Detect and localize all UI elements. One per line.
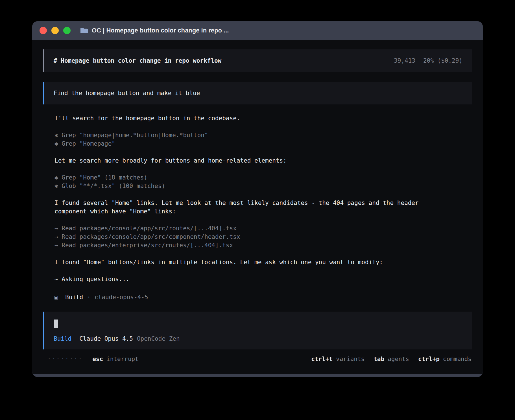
transcript: I'll search for the homepage button in t… — [43, 104, 472, 301]
activity-dots: ········ — [47, 356, 83, 362]
tool-call-read: → Read packages/console/app/src/componen… — [54, 233, 472, 241]
session-header: # Homepage button color change in repo w… — [43, 49, 472, 72]
zoom-button[interactable] — [63, 27, 71, 34]
minimize-button[interactable] — [51, 27, 59, 34]
shortcut-label: agents — [388, 356, 409, 362]
assistant-text: Let me search more broadly for buttons a… — [54, 156, 419, 165]
shortcut-key: ctrl+p — [418, 356, 440, 362]
token-count: 39,413 — [394, 57, 415, 64]
esc-key-hint: esc — [92, 356, 103, 362]
prompt-input[interactable]: Build Claude Opus 4.5 OpenCode Zen — [43, 312, 472, 349]
agent-name: Build — [65, 293, 83, 301]
traffic-lights — [40, 27, 71, 34]
status-bar-left: ········ esc interrupt — [47, 356, 139, 362]
terminal-content: # Homepage button color change in repo w… — [32, 40, 483, 374]
tool-call-read: → Read packages/enterprise/src/routes/[.… — [54, 241, 472, 250]
session-stats: 39,413 20% ($0.29) — [394, 57, 462, 64]
agent-model: claude-opus-4-5 — [95, 293, 148, 301]
esc-key-label: interrupt — [106, 356, 139, 362]
agent-icon: ▣ — [54, 293, 58, 301]
status-bar: ········ esc interrupt ctrl+t variants t… — [43, 356, 472, 362]
terminal-window: OC | Homepage button color change in rep… — [32, 21, 483, 377]
user-message-text: Find the homepage button and make it blu… — [54, 90, 200, 97]
tool-call-grep: ✱ Grep "Homepage" — [54, 139, 472, 148]
user-message: Find the homepage button and make it blu… — [43, 82, 472, 104]
shortcut-commands: ctrl+p commands — [418, 356, 472, 362]
tool-call-grep: ✱ Grep "homepage|home.*button|Home.*butt… — [54, 131, 472, 139]
agent-mode-label[interactable]: Build — [54, 335, 71, 342]
status-bar-right: ctrl+t variants tab agents ctrl+p comman… — [311, 356, 472, 362]
window-title: OC | Homepage button color change in rep… — [92, 27, 229, 34]
agent-status-line: ▣ Build · claude-opus-4-5 — [54, 293, 472, 301]
agent-separator: · — [87, 293, 91, 301]
provider-label: OpenCode Zen — [137, 335, 180, 342]
shortcut-key: ctrl+t — [311, 356, 333, 362]
tool-call-grep: ✱ Grep "Home" (18 matches) — [54, 173, 472, 182]
assistant-text: I found "Home" buttons/links in multiple… — [54, 258, 419, 266]
tool-call-read: → Read packages/console/app/src/routes/[… — [54, 224, 472, 233]
shortcut-agents: tab agents — [374, 356, 409, 362]
shortcut-label: commands — [443, 356, 472, 362]
assistant-text: I found several "Home" links. Let me loo… — [54, 199, 419, 216]
session-title: # Homepage button color change in repo w… — [54, 57, 221, 64]
assistant-text: I'll search for the homepage button in t… — [54, 114, 419, 123]
shortcut-key: tab — [374, 356, 384, 362]
shortcut-label: variants — [336, 356, 365, 362]
titlebar[interactable]: OC | Homepage button color change in rep… — [32, 21, 483, 40]
input-footer: Build Claude Opus 4.5 OpenCode Zen — [54, 335, 462, 342]
text-cursor — [54, 320, 58, 328]
tool-call-group: → Read packages/console/app/src/routes/[… — [54, 224, 472, 250]
tool-call-group: ✱ Grep "Home" (18 matches) ✱ Glob "**/*.… — [54, 173, 472, 190]
close-button[interactable] — [40, 27, 47, 34]
folder-icon — [80, 27, 88, 34]
tool-call-group: ✱ Grep "homepage|home.*button|Home.*butt… — [54, 131, 472, 148]
model-label: Claude Opus 4.5 — [79, 335, 133, 342]
shortcut-variants: ctrl+t variants — [311, 356, 365, 362]
assistant-status-text: ~ Asking questions... — [54, 275, 419, 283]
tool-call-glob: ✱ Glob "**/*.tsx" (100 matches) — [54, 182, 472, 190]
context-usage: 20% ($0.29) — [423, 57, 462, 64]
